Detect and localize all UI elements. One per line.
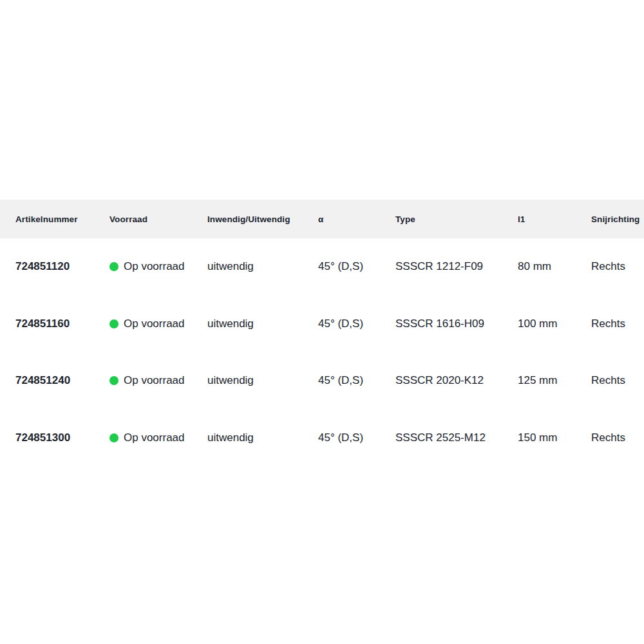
column-header-snijrichting: Snijrichting [591, 214, 644, 224]
column-header-voorraad: Voorraad [109, 214, 207, 224]
cell-l1: 150 mm [518, 431, 591, 444]
cell-alpha: 45° (D,S) [318, 431, 395, 444]
cell-type: SSSCR 1616-H09 [395, 317, 518, 330]
cell-artikelnummer: 724851240 [0, 374, 109, 387]
column-header-inwendig-uitwendig: Inwendig/Uitwendig [207, 214, 318, 224]
table-row[interactable]: 724851120 Op voorraad uitwendig 45° (D,S… [0, 238, 644, 296]
cell-voorraad: Op voorraad [109, 431, 207, 444]
cell-l1: 100 mm [518, 317, 591, 330]
cell-voorraad: Op voorraad [109, 317, 207, 330]
stock-status-dot-icon [109, 319, 118, 328]
cell-inwendig-uitwendig: uitwendig [207, 431, 318, 444]
table-row[interactable]: 724851160 Op voorraad uitwendig 45° (D,S… [0, 296, 644, 353]
column-header-artikelnummer: Artikelnummer [0, 214, 109, 224]
cell-inwendig-uitwendig: uitwendig [207, 260, 318, 273]
table-row[interactable]: 724851240 Op voorraad uitwendig 45° (D,S… [0, 352, 644, 410]
cell-type: SSSCR 1212-F09 [395, 260, 518, 273]
cell-artikelnummer: 724851160 [0, 317, 109, 330]
cell-snijrichting: Rechts [591, 317, 644, 330]
cell-alpha: 45° (D,S) [318, 374, 395, 387]
column-header-alpha: α [318, 214, 395, 224]
cell-artikelnummer: 724851300 [0, 431, 109, 444]
stock-status-label: Op voorraad [124, 374, 185, 387]
cell-l1: 80 mm [518, 260, 591, 273]
cell-type: SSSCR 2020-K12 [395, 374, 518, 387]
cell-voorraad: Op voorraad [109, 374, 207, 387]
stock-status-dot-icon [109, 433, 118, 442]
cell-snijrichting: Rechts [591, 374, 644, 387]
column-header-l1: l1 [518, 214, 591, 224]
stock-status-label: Op voorraad [124, 260, 185, 273]
cell-inwendig-uitwendig: uitwendig [207, 317, 318, 330]
cell-snijrichting: Rechts [591, 431, 644, 444]
table-header-row: Artikelnummer Voorraad Inwendig/Uitwendi… [0, 200, 644, 238]
cell-type: SSSCR 2525-M12 [395, 431, 518, 444]
product-table: Artikelnummer Voorraad Inwendig/Uitwendi… [0, 200, 644, 466]
column-header-type: Type [395, 214, 518, 224]
cell-alpha: 45° (D,S) [318, 260, 395, 273]
cell-artikelnummer: 724851120 [0, 260, 109, 273]
stock-status-dot-icon [109, 376, 118, 385]
cell-snijrichting: Rechts [591, 260, 644, 273]
cell-inwendig-uitwendig: uitwendig [207, 374, 318, 387]
cell-l1: 125 mm [518, 374, 591, 387]
page: Artikelnummer Voorraad Inwendig/Uitwendi… [0, 0, 644, 644]
table-row[interactable]: 724851300 Op voorraad uitwendig 45° (D,S… [0, 410, 644, 467]
cell-voorraad: Op voorraad [109, 260, 207, 273]
stock-status-label: Op voorraad [124, 317, 185, 330]
cell-alpha: 45° (D,S) [318, 317, 395, 330]
stock-status-label: Op voorraad [124, 431, 185, 444]
stock-status-dot-icon [109, 262, 118, 271]
